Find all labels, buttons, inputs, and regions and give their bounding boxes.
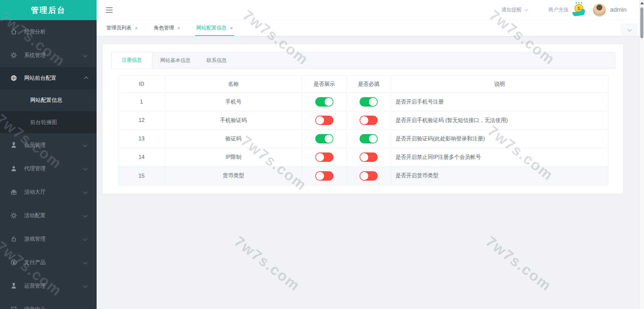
content-card: 注册信息网站基本信息联系信息 ID名称是否展示是否必填说明1手机号是否开启手机号… <box>103 44 623 194</box>
show-toggle[interactable] <box>315 116 333 125</box>
sidebar-item-label: 网站前台配置 <box>24 75 56 82</box>
required-toggle[interactable] <box>360 134 378 143</box>
chevron-down-icon <box>627 27 632 32</box>
required-toggle[interactable] <box>360 97 378 107</box>
yen-icon <box>10 259 17 266</box>
sidebar-item-6[interactable]: 会员管理 <box>0 133 97 157</box>
page-tabstrip: 管理员列表×角色管理×网站配置信息× <box>97 20 644 36</box>
switch-knob <box>360 153 368 161</box>
sidebar-item-3[interactable]: 网站前台配置 <box>0 67 97 89</box>
notice-label: 通知提醒 <box>501 7 522 13</box>
content-tab-2[interactable]: 网站基本信息 <box>152 52 199 68</box>
cell-show <box>302 111 346 129</box>
avatar[interactable] <box>593 3 606 17</box>
cell-id: 14 <box>118 148 165 166</box>
chevron-down-icon <box>83 236 88 241</box>
message-icon <box>10 306 17 309</box>
vertical-scrollbar[interactable] <box>639 0 644 309</box>
coin-hand-icon[interactable]: $ <box>571 3 587 17</box>
scrollbar-thumb[interactable] <box>640 7 643 38</box>
sidebar-item-7[interactable]: 代理管理 <box>0 157 97 180</box>
sidebar-item-9[interactable]: 活动配置 <box>0 204 97 227</box>
content-tabs: 注册信息网站基本信息联系信息 <box>111 52 615 69</box>
sidebar-item-1[interactable]: 经营分析 <box>0 20 97 44</box>
table-row: 14IP限制是否开启禁止同IP注册多个会员帐号 <box>118 148 608 167</box>
table-row: 15货币类型是否开启货币类型 <box>118 167 608 185</box>
content-tab-1[interactable]: 注册信息 <box>112 52 152 68</box>
show-toggle[interactable] <box>315 152 333 162</box>
sidebar: 管理后台 经营分析系统管理网站前台配置网站配置信息前台轮播图会员管理代理管理活动… <box>0 0 97 309</box>
page-tab-label: 网站配置信息 <box>197 25 227 31</box>
required-toggle[interactable] <box>360 171 378 181</box>
content-tab-label: 联系信息 <box>207 57 227 64</box>
notice-dropdown[interactable]: 通知提醒 <box>501 7 528 13</box>
chevron-down-icon <box>83 307 88 309</box>
globe-icon <box>10 74 17 82</box>
cell-id: 15 <box>118 167 165 185</box>
sidebar-item-label: 代理管理 <box>24 165 46 172</box>
cell-name: 手机验证码 <box>165 111 302 129</box>
sidebar-menu: 经营分析系统管理网站前台配置网站配置信息前台轮播图会员管理代理管理活动大厅活动配… <box>0 20 97 309</box>
page-tab-2[interactable]: 角色管理× <box>151 20 184 36</box>
required-toggle[interactable] <box>360 116 378 125</box>
cell-note: 是否开启货币类型 <box>391 167 608 185</box>
sidebar-item-4[interactable]: 网站配置信息 <box>0 89 97 111</box>
sidebar-item-5[interactable]: 前台轮播图 <box>0 111 97 133</box>
chevron-down-icon <box>524 7 528 11</box>
chevron-up-icon <box>84 76 89 81</box>
content-tab-3[interactable]: 联系信息 <box>199 52 235 68</box>
required-toggle[interactable] <box>360 152 378 162</box>
config-table: ID名称是否展示是否必填说明1手机号是否开启手机号注册12手机验证码是否开启手机… <box>118 75 608 185</box>
sidebar-item-label: 系统管理 <box>24 52 46 59</box>
cell-note: 是否开启手机验证码 (暂无短信接口，无法使用) <box>391 111 608 129</box>
table-header-cell: 说明 <box>391 76 608 92</box>
chevron-down-icon <box>83 213 88 217</box>
home-icon <box>10 28 17 36</box>
show-toggle[interactable] <box>315 97 333 107</box>
close-icon[interactable]: × <box>135 25 138 31</box>
table-header-cell: ID <box>118 76 165 92</box>
switch-knob <box>369 135 377 143</box>
sidebar-item-10[interactable]: 游戏管理 <box>0 227 97 251</box>
content-tab-label: 网站基本信息 <box>160 57 191 64</box>
page-tab-1[interactable]: 管理员列表× <box>103 20 141 36</box>
table-header-row: ID名称是否展示是否必填说明 <box>118 76 608 93</box>
switch-knob <box>316 116 324 124</box>
sidebar-item-label: 运营管理 <box>24 283 46 290</box>
switch-knob <box>360 116 368 124</box>
show-toggle[interactable] <box>315 171 333 181</box>
cell-show <box>302 130 346 148</box>
content-tab-label: 注册信息 <box>122 57 142 63</box>
table-row: 12手机验证码是否开启手机验证码 (暂无短信接口，无法使用) <box>118 111 608 130</box>
watermark-text: 7w7s.com <box>483 233 555 295</box>
member-icon <box>10 141 17 149</box>
close-icon[interactable]: × <box>177 25 180 31</box>
sidebar-item-13[interactable]: 消息中心 <box>0 298 97 309</box>
hand-icon <box>572 10 585 16</box>
sidebar-item-label: 会员管理 <box>24 142 46 149</box>
close-icon[interactable]: × <box>230 25 233 31</box>
cell-required <box>346 111 391 129</box>
cell-show <box>302 93 346 111</box>
chevron-down-icon <box>83 260 88 264</box>
tabstrip-more-button[interactable] <box>621 23 638 36</box>
show-toggle[interactable] <box>315 134 333 143</box>
sidebar-item-8[interactable]: 活动大厅 <box>0 180 97 204</box>
sidebar-item-11[interactable]: 支付产品 <box>0 251 97 274</box>
gift-icon <box>10 188 17 196</box>
hamburger-menu-icon[interactable] <box>106 7 113 13</box>
table-row: 13验证码是否开启验证码(此处影响登录和注册) <box>118 130 608 148</box>
chevron-down-icon <box>83 283 88 288</box>
cell-required <box>346 130 391 148</box>
lock-icon <box>10 235 17 243</box>
top-header: 通知提醒 商户充值 $ admin <box>97 0 644 20</box>
merchant-recharge-link[interactable]: 商户充值 <box>548 7 569 13</box>
sidebar-item-12[interactable]: 运营管理 <box>0 274 97 298</box>
cell-show <box>302 167 346 185</box>
scroll-up-arrow-icon[interactable] <box>640 2 644 4</box>
switch-knob <box>325 98 333 106</box>
page-tab-3[interactable]: 网站配置信息× <box>193 20 236 36</box>
sidebar-item-2[interactable]: 系统管理 <box>0 44 97 67</box>
username-label[interactable]: admin <box>610 6 627 13</box>
cell-name: 手机号 <box>165 93 302 111</box>
